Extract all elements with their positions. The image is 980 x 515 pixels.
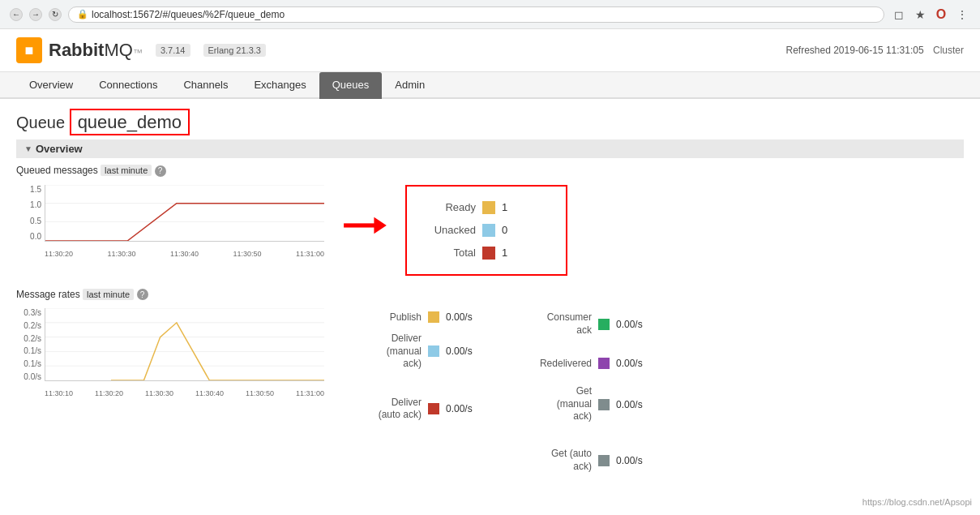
rates-stats: Publish 0.00/s Deliver(manualack) 0.00/s… — [349, 308, 657, 476]
bookmark-icon[interactable]: ★ — [912, 6, 928, 23]
back-button[interactable]: ← — [10, 8, 23, 21]
total-label: Total — [423, 247, 476, 259]
profile-icon[interactable]: O — [933, 6, 949, 23]
consumer-ack-color — [598, 319, 610, 330]
rates-right-col: Consumerack 0.00/s Redelivered 0.00/s Ge… — [519, 308, 657, 476]
extensions-icon[interactable]: ◻ — [891, 6, 907, 23]
forward-button[interactable]: → — [29, 8, 42, 21]
qm-section-label: Queued messages — [16, 165, 98, 176]
browser-bar: ← → ↻ 🔒 localhost:15672/#/queues/%2F/que… — [0, 0, 980, 29]
total-color — [482, 247, 495, 260]
logo-letter: ■ — [25, 42, 34, 59]
qm-help[interactable]: ? — [155, 165, 166, 177]
get-manual-rate: Get(manualack) 0.00/s — [519, 382, 657, 427]
url-text: localhost:15672/#/queues/%2F/queue_demo — [92, 9, 285, 20]
consumer-ack-label: Consumerack — [519, 311, 592, 337]
publish-rate: Publish 0.00/s — [349, 308, 486, 326]
ready-value: 1 — [502, 201, 507, 213]
logo-text: RabbitMQ™ — [49, 40, 143, 61]
overview-section-header[interactable]: ▼ Overview — [16, 139, 964, 158]
red-arrow-icon: ➞ — [340, 201, 389, 247]
nav-bar: Overview Connections Channels Exchanges … — [0, 72, 980, 99]
total-stat: Total 1 — [423, 242, 550, 264]
queued-messages-label: Queued messages last minute ? — [16, 165, 964, 177]
rates-chart: 0.3/s 0.2/s 0.2/s 0.1/s 0.1/s 0.0/s — [16, 308, 324, 397]
rates-svg-area — [45, 308, 324, 381]
get-manual-color — [598, 399, 610, 410]
chart-svg-area — [45, 185, 324, 242]
get-auto-rate: Get (autoack) 0.00/s — [519, 444, 657, 476]
unacked-value: 0 — [502, 224, 507, 236]
message-rates-section: Message rates last minute ? 0.3/s 0.2/s … — [16, 289, 964, 477]
deliver-auto-rate: Deliver(auto ack) 0.00/s — [349, 393, 486, 425]
mr-section-label: Message rates — [16, 289, 80, 300]
rates-chart-area: 0.3/s 0.2/s 0.2/s 0.1/s 0.1/s 0.0/s — [16, 308, 324, 397]
nav-admin[interactable]: Admin — [382, 72, 438, 99]
unacked-stat: Unacked 0 — [423, 219, 550, 242]
redelivered-rate: Redelivered 0.00/s — [519, 354, 657, 372]
app-header: ■ RabbitMQ™ 3.7.14 Erlang 21.3.3 Refresh… — [0, 29, 980, 72]
get-auto-label: Get (autoack) — [519, 448, 592, 473]
logo: ■ RabbitMQ™ — [16, 37, 143, 63]
cluster-link[interactable]: Cluster — [933, 45, 964, 56]
page-title: Queue queue_demo — [16, 114, 190, 131]
nav-connections[interactable]: Connections — [86, 72, 170, 99]
collapse-arrow-icon: ▼ — [24, 144, 32, 153]
mr-time-badge[interactable]: last minute — [83, 289, 134, 300]
deliver-auto-color — [428, 403, 439, 414]
rates-left-col: Publish 0.00/s Deliver(manualack) 0.00/s… — [349, 308, 486, 476]
mr-help[interactable]: ? — [137, 289, 148, 300]
ready-color — [482, 201, 495, 214]
get-auto-color — [598, 455, 610, 466]
chart-area: 1.5 1.0 0.5 0.0 — [16, 185, 324, 258]
redelivered-value: 0.00/s — [616, 358, 657, 369]
nav-queues[interactable]: Queues — [319, 72, 383, 99]
browser-toolbar: ◻ ★ O ⋮ — [891, 6, 970, 23]
ready-label: Ready — [423, 201, 476, 213]
logo-icon: ■ — [16, 37, 42, 63]
total-value: 1 — [502, 247, 507, 259]
get-manual-label: Get(manualack) — [519, 385, 592, 423]
rates-x-axis: 11:30:10 11:30:20 11:30:30 11:30:40 11:3… — [45, 388, 324, 397]
queued-messages-stats: Ready 1 Unacked 0 Total 1 — [405, 185, 567, 276]
rates-row: 0.3/s 0.2/s 0.2/s 0.1/s 0.1/s 0.0/s — [16, 308, 964, 476]
erlang-badge: Erlang 21.3.3 — [203, 44, 266, 57]
refresh-info: Refreshed 2019-06-15 11:31:05 Cluster — [786, 45, 965, 56]
queued-messages-section: Queued messages last minute ? 1.5 1.0 0.… — [16, 165, 964, 276]
refresh-button[interactable]: ↻ — [49, 8, 62, 21]
rates-label: Message rates last minute ? — [16, 289, 964, 301]
deliver-auto-label: Deliver(auto ack) — [349, 397, 422, 422]
nav-exchanges[interactable]: Exchanges — [241, 72, 319, 99]
menu-icon[interactable]: ⋮ — [954, 6, 970, 23]
get-auto-value: 0.00/s — [616, 455, 657, 466]
version-badge: 3.7.14 — [156, 44, 190, 57]
publish-color — [428, 311, 439, 323]
nav-channels[interactable]: Channels — [170, 72, 241, 99]
get-manual-value: 0.00/s — [616, 399, 657, 410]
deliver-manual-color — [428, 345, 439, 357]
deliver-manual-rate: Deliver(manualack) 0.00/s — [349, 329, 486, 374]
consumer-ack-value: 0.00/s — [616, 319, 657, 330]
redelivered-label: Redelivered — [519, 358, 592, 369]
lock-icon: 🔒 — [77, 9, 88, 19]
refresh-text: Refreshed 2019-06-15 11:31:05 — [786, 45, 924, 56]
queued-messages-row: 1.5 1.0 0.5 0.0 — [16, 185, 964, 276]
deliver-manual-label: Deliver(manualack) — [349, 333, 422, 371]
unacked-label: Unacked — [423, 224, 476, 236]
publish-label: Publish — [349, 311, 422, 323]
overview-label: Overview — [36, 143, 83, 155]
queued-messages-chart: 1.5 1.0 0.5 0.0 — [16, 185, 324, 258]
ready-stat: Ready 1 — [423, 196, 550, 219]
deliver-manual-value: 0.00/s — [446, 345, 486, 357]
consumer-ack-rate: Consumerack 0.00/s — [519, 308, 657, 340]
page-title-area: Queue queue_demo — [16, 112, 964, 133]
nav-overview[interactable]: Overview — [16, 72, 86, 99]
chart-y-axis: 1.5 1.0 0.5 0.0 — [16, 185, 45, 242]
unacked-color — [482, 224, 495, 237]
deliver-auto-value: 0.00/s — [446, 403, 486, 414]
qm-time-badge[interactable]: last minute — [101, 165, 152, 176]
publish-value: 0.00/s — [446, 311, 486, 323]
address-bar[interactable]: 🔒 localhost:15672/#/queues/%2F/queue_dem… — [68, 6, 884, 23]
title-prefix: Queue — [16, 114, 65, 131]
chart-x-axis: 11:30:20 11:30:30 11:30:40 11:30:50 11:3… — [45, 248, 324, 258]
